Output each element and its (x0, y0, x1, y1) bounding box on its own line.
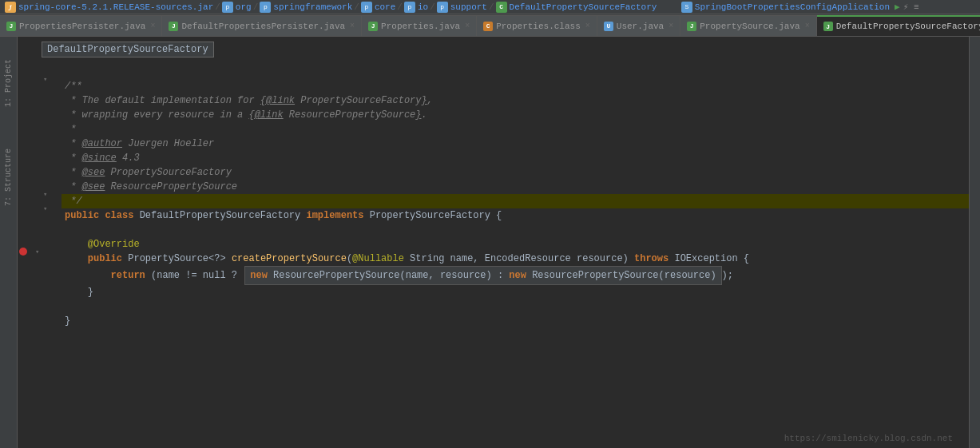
breadcrumb-class[interactable]: DefaultPropertySourceFactory (510, 2, 657, 12)
code-line-12 (18, 223, 969, 237)
tab-user[interactable]: U User.java × (597, 15, 680, 36)
tab-label-7: DefaultPropertySourceFactory.java (836, 22, 980, 31)
tab-propertiesPersister[interactable]: J PropertiesPersister.java × (0, 15, 162, 36)
code-line-15: return (name != null ? new ResourcePrope… (18, 266, 969, 285)
tab-icon-6: J (687, 22, 696, 31)
code-line-19 (18, 328, 969, 343)
code-line-14: ▾ public PropertySource<?> createPropert… (18, 252, 969, 266)
breadcrumb-support[interactable]: support (450, 2, 487, 12)
sidebar-project[interactable]: 1: Project (2, 56, 14, 110)
tab-icon-7: J (823, 22, 833, 31)
code-line-3: * The default implementation for {@link … (18, 93, 969, 108)
classname-box: DefaultPropertySourceFactory (42, 42, 214, 57)
pkg-icon-2: p (260, 2, 271, 13)
code-line-5: * (18, 122, 969, 137)
pkg-icon-1: p (222, 2, 233, 13)
breadcrumb-run-icon: ▶ (895, 2, 900, 12)
class-icon-1: C (496, 2, 507, 13)
code-line-6: * @author Juergen Hoeller (18, 137, 969, 151)
tab-label-3: Properties.java (381, 22, 460, 31)
code-line-17 (18, 299, 969, 314)
tab-icon-1: J (6, 22, 16, 31)
code-line-21 (18, 357, 969, 371)
code-content: ▾ /** * The default implementation for {… (18, 37, 969, 448)
tab-label-4: Properties.class (496, 22, 581, 31)
pkg-icon-3: p (361, 2, 372, 13)
code-line-18: } (18, 314, 969, 328)
breadcrumb-io[interactable]: io (418, 2, 428, 12)
code-line-7: * @since 4.3 (18, 151, 969, 165)
breadcrumb-app[interactable]: SpringBootPropertiesConfigApplication (695, 2, 890, 12)
pkg-icon-4: p (404, 2, 415, 13)
code-line-20 (18, 343, 969, 357)
tab-label-6: PropertySource.java (700, 22, 799, 31)
tab-icon-2: J (169, 22, 178, 31)
tab-close-4[interactable]: × (585, 22, 590, 30)
breadcrumb-bar: j spring-core-5.2.1.RELEASE-sources.jar … (0, 0, 980, 14)
pkg-icon-5: p (437, 2, 448, 13)
code-line-16: } (18, 285, 969, 299)
tab-properties-java[interactable]: J Properties.java × (362, 15, 477, 36)
code-line-9: * @see ResourcePropertySource (18, 180, 969, 194)
tab-label-5: User.java (617, 22, 664, 31)
jar-icon: j (5, 2, 16, 13)
breadcrumb-icons-right: ⚡ ≡ (903, 2, 919, 12)
tab-close-1[interactable]: × (150, 22, 155, 30)
pkg-icon-6: S (681, 2, 692, 13)
tab-icon-3: J (368, 22, 378, 31)
tab-propertySource[interactable]: J PropertySource.java × (680, 15, 816, 36)
code-line-13: @Override (18, 237, 969, 252)
tab-close-6[interactable]: × (805, 22, 810, 30)
tab-properties-class[interactable]: C Properties.class × (477, 15, 597, 36)
breadcrumb-core[interactable]: core (375, 2, 395, 12)
tab-label-1: PropertiesPersister.java (19, 22, 145, 31)
tab-defaultPropertySourceFactory[interactable]: J DefaultPropertySourceFactory.java × (817, 15, 980, 36)
watermark: https://smilenicky.blog.csdn.net (784, 434, 953, 443)
tabs-bar: J PropertiesPersister.java × J DefaultPr… (0, 14, 980, 37)
tab-icon-4: C (483, 22, 493, 31)
tab-close-3[interactable]: × (465, 22, 470, 30)
breadcrumb-springframework[interactable]: springframework (273, 2, 352, 12)
code-line-11: ▾ public class DefaultPropertySourceFact… (18, 208, 969, 223)
breadcrumb-org[interactable]: org (236, 2, 252, 12)
tab-close-5[interactable]: × (669, 22, 673, 30)
sidebar-structure[interactable]: 7: Structure (2, 145, 14, 209)
code-line-4: * wrapping every resource in a {@link Re… (18, 108, 969, 122)
tab-defaultPropertiesPersister[interactable]: J DefaultPropertiesPersister.java × (162, 15, 362, 36)
editor-area: DefaultPropertySourceFactory ▾ /** * The… (18, 37, 969, 448)
right-gutter (969, 37, 980, 448)
tab-close-2[interactable]: × (350, 22, 355, 30)
code-line-10: ▾ */ (18, 194, 969, 208)
left-sidebar: 1: Project 7: Structure (0, 37, 18, 448)
code-line-1 (18, 65, 969, 79)
code-line-8: * @see PropertySourceFactory (18, 165, 969, 180)
code-line-2: ▾ /** (18, 79, 969, 93)
tab-icon-5: U (604, 22, 613, 31)
tab-label-2: DefaultPropertiesPersister.java (181, 22, 345, 31)
jar-name[interactable]: spring-core-5.2.1.RELEASE-sources.jar (18, 2, 213, 12)
